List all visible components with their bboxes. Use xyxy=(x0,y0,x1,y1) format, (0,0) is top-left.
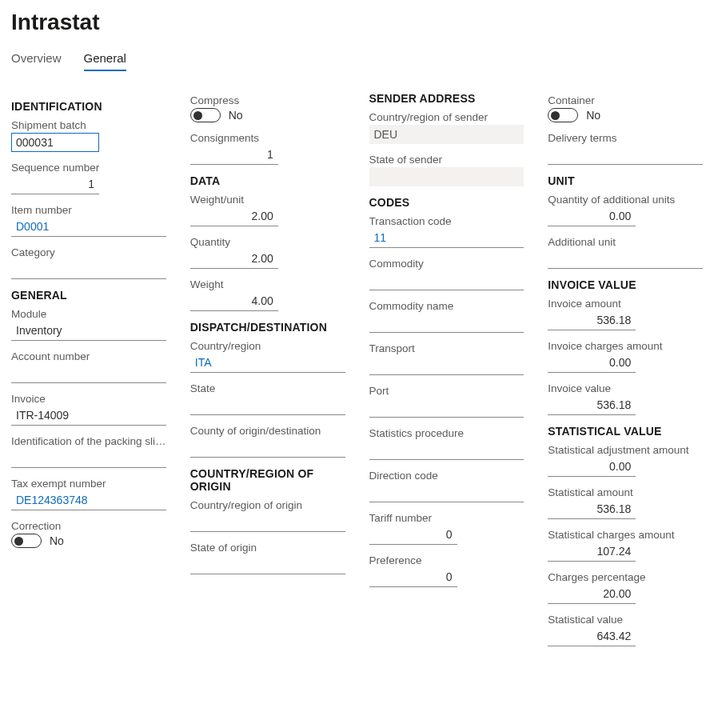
tax-exempt-input[interactable] xyxy=(11,491,166,510)
invoice-charges-input[interactable] xyxy=(548,354,636,373)
commodity-label: Commodity xyxy=(369,258,525,270)
commodity-name-input[interactable] xyxy=(369,314,525,333)
packing-slip-label: Identification of the packing slip ... xyxy=(11,435,166,447)
stat-charges-input[interactable] xyxy=(548,542,636,562)
weight-unit-input[interactable] xyxy=(190,207,278,226)
account-label: Account number xyxy=(11,350,166,362)
weight-input[interactable] xyxy=(190,292,278,311)
stat-value-input[interactable] xyxy=(548,627,636,646)
preference-label: Preference xyxy=(369,554,525,566)
codes-heading: CODES xyxy=(369,196,525,209)
txn-code-input[interactable] xyxy=(369,229,525,248)
container-toggle[interactable] xyxy=(548,108,578,122)
page-title: Intrastat xyxy=(11,10,703,35)
stat-adj-input[interactable] xyxy=(548,458,636,477)
transport-label: Transport xyxy=(369,342,525,354)
qty-add-input[interactable] xyxy=(548,207,636,226)
invoice-amount-input[interactable] xyxy=(548,311,636,330)
item-number-input[interactable] xyxy=(11,218,166,237)
sender-heading: SENDER ADDRESS xyxy=(369,92,525,105)
category-input[interactable] xyxy=(11,260,166,279)
correction-label: Correction xyxy=(11,520,166,532)
tab-bar: Overview General xyxy=(11,48,703,71)
preference-input[interactable] xyxy=(369,568,457,587)
quantity-input[interactable] xyxy=(190,250,278,269)
sender-state-value xyxy=(369,167,525,186)
origin-heading: COUNTRY/REGION OF ORIGIN xyxy=(190,467,345,493)
category-label: Category xyxy=(11,246,166,258)
dispatch-state-input[interactable] xyxy=(190,396,345,415)
invoice-value-heading: INVOICE VALUE xyxy=(548,278,703,291)
tariff-label: Tariff number xyxy=(369,512,525,524)
compress-label: Compress xyxy=(190,94,345,106)
data-heading: DATA xyxy=(190,174,345,187)
transport-input[interactable] xyxy=(369,356,525,375)
stat-amount-input[interactable] xyxy=(548,500,636,519)
unit-heading: UNIT xyxy=(548,174,703,187)
shipment-batch-input[interactable] xyxy=(11,133,99,152)
commodity-name-label: Commodity name xyxy=(369,300,525,312)
direction-label: Direction code xyxy=(369,470,525,482)
stat-amount-label: Statistical amount xyxy=(548,486,703,498)
origin-country-label: Country/region of origin xyxy=(190,499,345,511)
identification-heading: IDENTIFICATION xyxy=(11,100,166,113)
compress-toggle-text: No xyxy=(229,109,243,122)
correction-toggle-text: No xyxy=(50,534,64,547)
origin-state-input[interactable] xyxy=(190,555,345,574)
invoice-value-label: Invoice value xyxy=(548,382,703,394)
origin-state-label: State of origin xyxy=(190,542,345,554)
module-label: Module xyxy=(11,308,166,320)
invoice-input[interactable] xyxy=(11,406,166,426)
tax-exempt-label: Tax exempt number xyxy=(11,478,166,490)
account-input[interactable] xyxy=(11,364,166,383)
charges-pct-input[interactable] xyxy=(548,585,636,604)
dispatch-county-label: County of origin/destination xyxy=(190,425,345,437)
consignments-label: Consignments xyxy=(190,132,345,144)
statistical-heading: STATISTICAL VALUE xyxy=(548,425,703,438)
invoice-amount-label: Invoice amount xyxy=(548,298,703,310)
sequence-label: Sequence number xyxy=(11,162,166,174)
quantity-label: Quantity xyxy=(190,236,345,248)
consignments-input[interactable] xyxy=(190,146,278,165)
delivery-label: Delivery terms xyxy=(548,132,703,144)
weight-unit-label: Weight/unit xyxy=(190,194,345,206)
tariff-input[interactable] xyxy=(369,526,457,545)
dispatch-heading: DISPATCH/DESTINATION xyxy=(190,321,345,334)
general-heading: GENERAL xyxy=(11,289,166,302)
add-unit-label: Additional unit xyxy=(548,236,703,248)
item-number-label: Item number xyxy=(11,204,166,216)
charges-pct-label: Charges percentage xyxy=(548,571,703,583)
add-unit-input[interactable] xyxy=(548,250,703,269)
packing-slip-input[interactable] xyxy=(11,449,166,468)
invoice-label: Invoice xyxy=(11,393,166,405)
correction-toggle[interactable] xyxy=(11,534,42,548)
sequence-input[interactable] xyxy=(11,175,99,194)
stat-adj-label: Statistical adjustment amount xyxy=(548,444,703,456)
stat-value-label: Statistical value xyxy=(548,614,703,626)
port-label: Port xyxy=(369,385,525,397)
tab-overview[interactable]: Overview xyxy=(11,48,62,71)
tab-general[interactable]: General xyxy=(84,48,126,71)
container-toggle-text: No xyxy=(586,109,600,122)
stat-charges-label: Statistical charges amount xyxy=(548,529,703,541)
invoice-charges-label: Invoice charges amount xyxy=(548,340,703,352)
sender-state-label: State of sender xyxy=(369,154,525,166)
container-label: Container xyxy=(548,94,703,106)
stats-proc-input[interactable] xyxy=(369,441,525,460)
dispatch-country-input[interactable] xyxy=(190,354,345,373)
dispatch-country-label: Country/region xyxy=(190,340,345,352)
origin-country-input[interactable] xyxy=(190,513,345,532)
dispatch-county-input[interactable] xyxy=(190,438,345,458)
direction-input[interactable] xyxy=(369,483,525,502)
shipment-batch-label: Shipment batch xyxy=(11,119,166,131)
qty-add-label: Quantity of additional units xyxy=(548,194,703,206)
sender-country-label: Country/region of sender xyxy=(369,111,525,123)
port-input[interactable] xyxy=(369,398,525,418)
txn-code-label: Transaction code xyxy=(369,215,525,227)
module-input[interactable] xyxy=(11,322,166,341)
delivery-input[interactable] xyxy=(548,146,703,165)
compress-toggle[interactable] xyxy=(190,108,221,122)
commodity-input[interactable] xyxy=(369,271,525,290)
sender-country-value: DEU xyxy=(369,125,525,144)
invoice-value-input[interactable] xyxy=(548,396,636,415)
